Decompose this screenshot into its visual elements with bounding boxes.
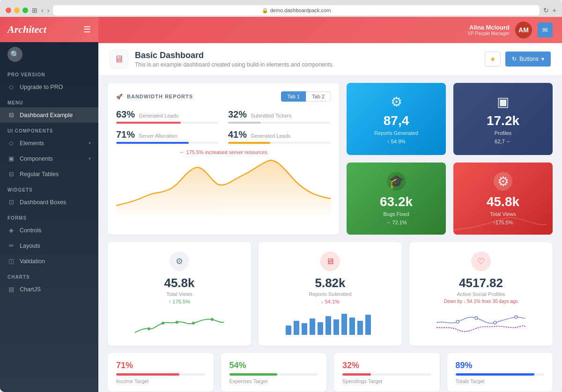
svg-rect-11 (333, 319, 339, 335)
stat-server-allocation: 71% Server Allocation (116, 129, 219, 144)
sidebar-item-label: ChartJS (20, 286, 41, 293)
sidebar-item-controls[interactable]: ◈ Controls (0, 222, 98, 238)
sidebar-icon: ◈ (7, 227, 15, 234)
bandwidth-title: 🚀 BANDWIDTH REPORTS (116, 94, 193, 100)
sidebar-icon: ✏ (7, 242, 15, 249)
metric-cards-row: ⚙ 45.8k Total Views ↑ 175.5% � (108, 242, 553, 346)
gear-icon-metric: ⚙ (170, 251, 189, 271)
favorite-button[interactable]: ★ (485, 52, 501, 67)
sidebar-icon: ▤ (7, 286, 15, 293)
svg-rect-13 (349, 318, 355, 335)
svg-point-2 (176, 321, 178, 324)
page-title-group: Basic Dashboard This is an example dashb… (135, 51, 334, 68)
sidebar-icon: ◫ (7, 258, 15, 265)
top-header: Alina Mclourd VP People Manager AM ✉ (98, 17, 562, 43)
stat-generated-leads-2: 41% Generated Leads (228, 129, 331, 144)
progress-row: 71% Income Target 54% Expenses Target 32… (108, 353, 553, 392)
svg-rect-7 (302, 323, 307, 335)
sidebar-icon: ▣ (7, 155, 15, 162)
avatar: AM (515, 22, 532, 38)
stat-card-reports: ⚙ 87,4 Reports Generated ↑ 54.9% (347, 83, 446, 155)
monitor-icon: ▣ (497, 94, 509, 110)
notification-button[interactable]: ✉ (538, 22, 553, 37)
sync-icon: ↻ (512, 56, 517, 62)
page-icon: 🖥 (110, 50, 128, 68)
lock-icon: 🔒 (262, 7, 268, 14)
maximize-button[interactable] (22, 7, 28, 13)
progress-card-income: 71% Income Target (108, 353, 214, 392)
sidebar-section-label: PRO VERSION (0, 67, 98, 79)
gear-icon: ⚙ (391, 94, 402, 110)
metric-card-social: ♡ 4517.82 Active Social Profiles Down by… (409, 242, 553, 346)
sidebar-item-components[interactable]: ▣ Components ▾ (0, 151, 98, 166)
sidebar-item-label: Upgrade to PRO (20, 84, 63, 90)
sidebar-item-dashboard-example[interactable]: ⊟ Dashboard Example (0, 107, 98, 123)
user-role: VP People Manager (468, 31, 510, 36)
stat-card-bugs: 🎓 63.2k Bugs Fixed → 72.1% (347, 163, 446, 235)
back-icon[interactable]: ‹ (41, 7, 44, 14)
sidebar-item-layouts[interactable]: ✏ Layouts (0, 238, 98, 253)
bandwidth-card-header: 🚀 BANDWIDTH REPORTS Tab 1 Tab 2 (116, 91, 331, 102)
sidebar-section-label: FORMS (0, 210, 98, 222)
settings-icon: ⚙ (494, 172, 512, 191)
dashboard-grid: 🚀 BANDWIDTH REPORTS Tab 1 Tab 2 63% (108, 83, 553, 235)
search-button[interactable]: 🔍 (7, 47, 22, 62)
minimize-button[interactable] (14, 7, 20, 13)
chevron-icon: ▾ (89, 156, 91, 161)
buttons-dropdown[interactable]: ↻ Buttons ▾ (505, 52, 551, 67)
page-header: 🖥 Basic Dashboard This is an example das… (98, 43, 562, 75)
sidebar-item-label: Dashboard Boxes (20, 199, 66, 206)
stat-card-views: ⚙ 45.8k Total Views ↑175.5% (453, 163, 553, 235)
traffic-lights (6, 7, 28, 13)
sidebar-header: Architect ☰ (0, 17, 98, 42)
sidebar-item-chartjs[interactable]: ▤ ChartJS (0, 281, 98, 297)
svg-point-4 (211, 318, 214, 321)
sidebar-item-dashboard-boxes[interactable]: ⊡ Dashboard Boxes (0, 194, 98, 210)
content-area: 🚀 BANDWIDTH REPORTS Tab 1 Tab 2 63% (98, 75, 562, 392)
svg-point-0 (148, 327, 150, 330)
sidebar-item-regular-tables[interactable]: ⊟ Regular Tables (0, 166, 98, 182)
hamburger-icon[interactable]: ☰ (83, 24, 91, 35)
svg-rect-6 (294, 321, 299, 335)
new-tab-icon[interactable]: + (553, 7, 556, 14)
sidebar-item-upgrade-to-pro[interactable]: ◇ Upgrade to PRO (0, 79, 98, 95)
tab-1-button[interactable]: Tab 1 (281, 91, 306, 102)
svg-rect-9 (318, 322, 323, 335)
close-button[interactable] (6, 7, 11, 13)
sidebar-section-label: CHARTS (0, 269, 98, 281)
user-info: Alina Mclourd VP People Manager (468, 24, 510, 36)
chevron-icon: ▾ (89, 141, 91, 146)
browser-nav: ⊞ ‹ › (32, 7, 49, 14)
sidebar-icon: ⊟ (7, 111, 15, 118)
bandwidth-stats: 63% Generated Leads 32% Submitted Ticker… (116, 109, 331, 144)
sidebar: Architect ☰ 🔍 PRO VERSION ◇ Upgrade to P… (0, 17, 98, 392)
progress-card-totals: 89% Totals Target (447, 353, 553, 392)
sidebar-icon: ⊡ (7, 199, 15, 206)
logo: Architect (7, 23, 46, 36)
sidebar-item-label: Regular Tables (20, 171, 59, 178)
svg-point-19 (515, 316, 518, 318)
svg-rect-12 (341, 314, 347, 335)
address-bar[interactable]: 🔒 demo.dashboardpack.com (53, 5, 539, 15)
refresh-icon[interactable]: ↻ (543, 7, 549, 14)
sidebar-icon: ⊟ (7, 170, 15, 178)
progress-card-spendings: 32% Spendings Target (334, 353, 440, 392)
page-title: Basic Dashboard (135, 51, 334, 60)
sidebar-item-validation[interactable]: ◫ Validation (0, 253, 98, 269)
url-text: demo.dashboardpack.com (270, 7, 331, 13)
forward-icon[interactable]: › (47, 7, 50, 14)
sidebar-item-elements[interactable]: ◇ Elements ▾ (0, 135, 98, 151)
stat-submitted-tickers: 32% Submitted Tickers (228, 109, 331, 124)
sidebar-item-label: Layouts (20, 243, 40, 249)
progress-card-expenses: 54% Expenses Target (221, 353, 327, 392)
sidebar-toggle-icon[interactable]: ⊞ (32, 7, 37, 14)
metric-card-views: ⚙ 45.8k Total Views ↑ 175.5% (108, 242, 251, 346)
browser-chrome: ⊞ ‹ › 🔒 demo.dashboardpack.com ↻ + (0, 0, 562, 17)
svg-rect-8 (310, 318, 315, 335)
metric-card-reports: 🖥 5.82k Reports Submitted ↓ 54.1% (259, 242, 402, 346)
tab-2-button[interactable]: Tab 2 (306, 91, 331, 102)
heart-icon-metric: ♡ (471, 251, 491, 271)
sidebar-item-label: Validation (20, 258, 45, 265)
graduation-icon: 🎓 (387, 172, 406, 191)
stat-generated-leads: 63% Generated Leads (116, 109, 219, 124)
